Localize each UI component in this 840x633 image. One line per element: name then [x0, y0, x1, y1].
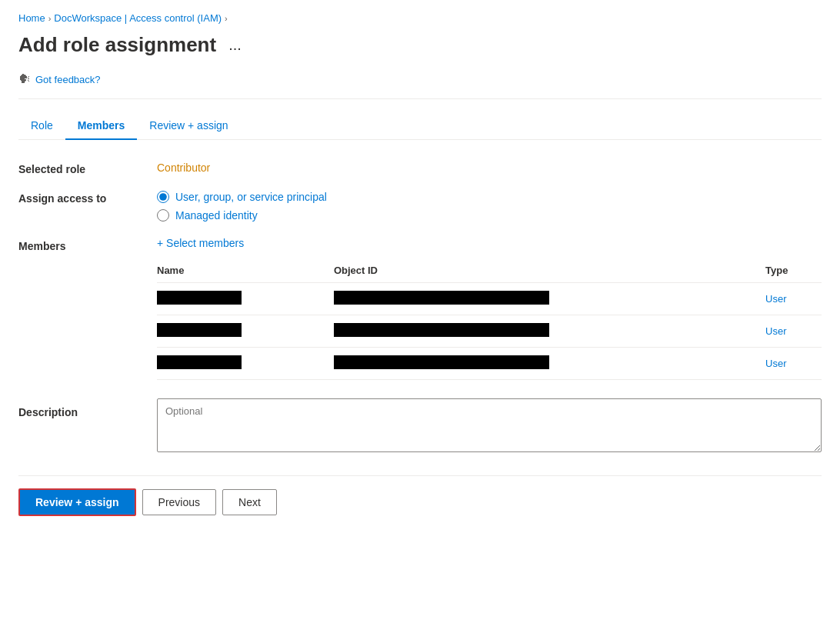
name-cell-3 — [157, 348, 334, 380]
assign-access-label: Assign access to — [18, 191, 157, 222]
type-cell-1: User — [765, 283, 822, 315]
radio-user-group-label: User, group, or service principal — [175, 191, 327, 203]
object-id-cell-2 — [334, 315, 765, 348]
previous-button[interactable]: Previous — [142, 489, 216, 515]
chevron-icon-1: › — [48, 14, 52, 23]
breadcrumb-workspace[interactable]: DocWorkspace | Access control (IAM) — [54, 12, 222, 24]
redacted-id-2 — [334, 323, 549, 337]
col-name-header: Name — [157, 258, 334, 283]
page-title-row: Add role assignment ... — [18, 33, 822, 57]
footer-divider — [18, 475, 822, 476]
breadcrumb: Home › DocWorkspace | Access control (IA… — [18, 12, 822, 24]
description-input[interactable] — [157, 398, 822, 452]
selected-role-value: Contributor — [157, 162, 822, 175]
form-section: Selected role Contributor Assign access … — [18, 162, 822, 380]
radio-managed-identity-input[interactable] — [157, 209, 169, 222]
radio-option-user-group[interactable]: User, group, or service principal — [157, 191, 822, 203]
feedback-icon: 🗣 — [18, 72, 31, 86]
tab-members[interactable]: Members — [65, 112, 137, 139]
selected-role-label: Selected role — [18, 162, 157, 175]
redacted-id-3 — [334, 355, 549, 369]
members-label: Members — [18, 237, 157, 380]
feedback-link[interactable]: Got feedback? — [35, 74, 101, 85]
next-button[interactable]: Next — [222, 489, 277, 515]
redacted-id-1 — [334, 291, 549, 305]
radio-option-managed-identity[interactable]: Managed identity — [157, 209, 822, 222]
table-row: User — [157, 315, 822, 348]
tab-role[interactable]: Role — [18, 112, 65, 139]
table-row: User — [157, 283, 822, 315]
feedback-row: 🗣 Got feedback? — [18, 72, 822, 99]
page-title: Add role assignment — [18, 33, 216, 57]
table-row: User — [157, 348, 822, 380]
object-id-cell-1 — [334, 283, 765, 315]
radio-managed-identity-label: Managed identity — [175, 209, 258, 222]
redacted-name-1 — [157, 291, 242, 305]
type-cell-2: User — [765, 315, 822, 348]
description-label: Description — [18, 398, 157, 452]
footer-buttons: Review + assign Previous Next — [18, 488, 822, 516]
select-members-link[interactable]: + Select members — [157, 237, 822, 249]
col-type-header: Type — [765, 258, 822, 283]
review-assign-button[interactable]: Review + assign — [18, 488, 136, 516]
chevron-icon-2: › — [225, 14, 228, 23]
object-id-cell-3 — [334, 348, 765, 380]
ellipsis-button[interactable]: ... — [224, 35, 246, 55]
page-container: Home › DocWorkspace | Access control (IA… — [0, 0, 840, 528]
type-cell-3: User — [765, 348, 822, 380]
redacted-name-2 — [157, 323, 242, 337]
radio-user-group-input[interactable] — [157, 191, 169, 203]
tabs: Role Members Review + assign — [18, 112, 822, 140]
col-object-id-header: Object ID — [334, 258, 765, 283]
breadcrumb-home[interactable]: Home — [18, 12, 45, 24]
name-cell-2 — [157, 315, 334, 348]
tab-review-assign[interactable]: Review + assign — [137, 112, 240, 139]
description-section: Description — [18, 398, 822, 452]
members-table: Name Object ID Type User User — [157, 258, 822, 380]
redacted-name-3 — [157, 355, 242, 369]
name-cell-1 — [157, 283, 334, 315]
members-content: + Select members Name Object ID Type Use… — [157, 237, 822, 380]
assign-access-options: User, group, or service principal Manage… — [157, 191, 822, 222]
